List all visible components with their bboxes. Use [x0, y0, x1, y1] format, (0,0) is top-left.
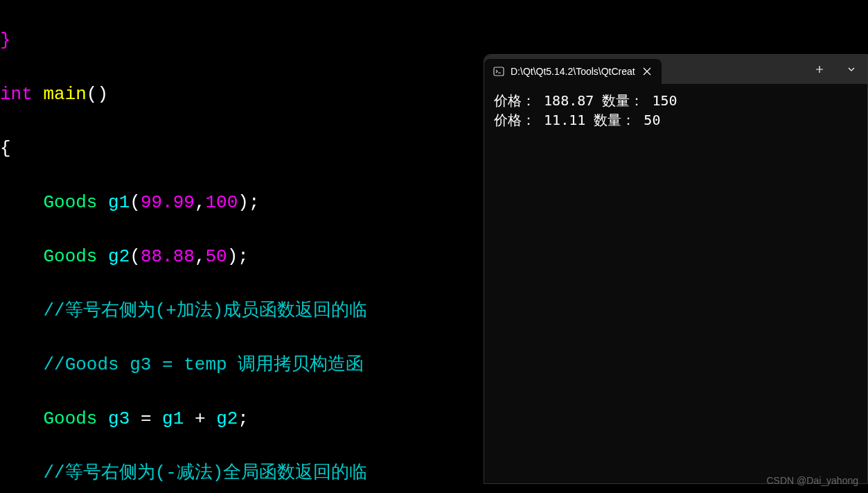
- terminal-tab[interactable]: D:\Qt\Qt5.14.2\Tools\QtCreat: [484, 59, 662, 84]
- svg-rect-0: [494, 67, 504, 76]
- number: 99.99: [141, 192, 195, 213]
- watermark: CSDN @Dai_yahong: [767, 475, 859, 486]
- code-brace: }: [0, 30, 11, 51]
- keyword-int: int: [0, 84, 33, 105]
- parens: (): [87, 84, 108, 105]
- var-g2: g2: [108, 246, 130, 267]
- function-main: main: [43, 84, 86, 105]
- var-g3: g3: [108, 408, 130, 429]
- number: 88.88: [141, 246, 195, 267]
- number: 100: [206, 192, 238, 213]
- terminal-window: D:\Qt\Qt5.14.2\Tools\QtCreat 价格： 188.87 …: [484, 54, 868, 484]
- var-g1: g1: [108, 192, 130, 213]
- terminal-output[interactable]: 价格： 188.87 数量： 150 价格： 11.11 数量： 50: [484, 84, 867, 137]
- comment: //等号右侧为(-减法)全局函数返回的临: [43, 462, 367, 483]
- output-line: 价格： 188.87 数量： 150: [494, 91, 858, 110]
- tab-title: D:\Qt\Qt5.14.2\Tools\QtCreat: [511, 66, 635, 77]
- comment: //等号右侧为(+加法)成员函数返回的临: [43, 300, 367, 321]
- dropdown-button[interactable]: [835, 55, 867, 84]
- output-line: 价格： 11.11 数量： 50: [494, 110, 858, 130]
- open-brace: {: [0, 138, 11, 159]
- type-goods: Goods: [43, 192, 97, 213]
- terminal-icon: [493, 65, 505, 78]
- comment: //Goods g3 = temp 调用拷贝构造函: [43, 354, 364, 375]
- titlebar: D:\Qt\Qt5.14.2\Tools\QtCreat: [484, 55, 867, 84]
- titlebar-actions: [804, 55, 867, 84]
- type-goods: Goods: [43, 408, 97, 429]
- number: 50: [206, 246, 227, 267]
- new-tab-button[interactable]: [804, 55, 835, 84]
- type-goods: Goods: [43, 246, 97, 267]
- tab-close-button[interactable]: [641, 65, 653, 78]
